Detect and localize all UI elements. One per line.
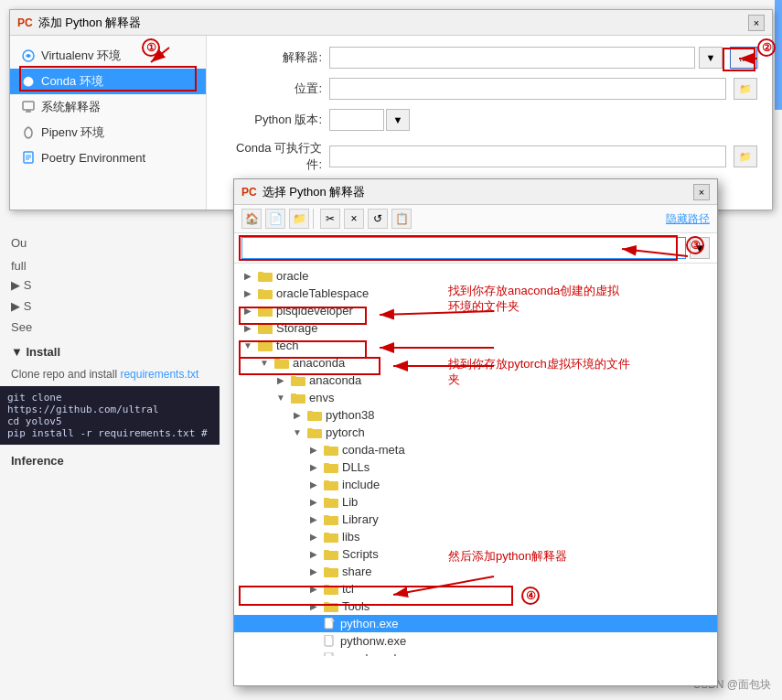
bg-text-full: full [0, 257, 220, 275]
svg-rect-2 [23, 102, 34, 110]
file-dialog-close-btn[interactable]: × [693, 184, 710, 200]
tree-item-storage[interactable]: ▶ Storage [234, 319, 717, 337]
left-panel-item-conda[interactable]: Conda 环境 [10, 69, 206, 94]
svg-rect-48 [324, 602, 329, 605]
python-version-input[interactable]: 3.10 [329, 109, 384, 131]
folder-icon-library [324, 513, 338, 525]
toolbar-delete-btn[interactable]: × [344, 209, 364, 229]
svg-rect-46 [324, 585, 329, 587]
file-dialog: PC 选择 Python 解释器 × 🏠 📄 📁 ✂ × ↺ 📋 隐藏路径 Z:… [233, 178, 718, 686]
folder-icon-include [324, 479, 338, 490]
code-line-3: pip install -r requirements.txt # [7, 427, 212, 439]
tree-item-python-exe[interactable]: python.exe [234, 615, 717, 632]
folder-icon-conda-meta [324, 444, 338, 456]
left-panel-item-system[interactable]: 系统解释器 [10, 94, 206, 120]
tree-label-pythonw-exe: pythonw.exe [340, 634, 406, 648]
tree-item-library[interactable]: ▶ Library [234, 511, 717, 528]
expand-oracle: ▶ [241, 270, 254, 283]
python-version-dropdown-btn[interactable]: ▼ [386, 109, 410, 131]
svg-rect-24 [291, 393, 296, 396]
expand-lib: ▶ [307, 496, 320, 509]
interpreter-label: 解释器: [221, 49, 322, 66]
virtualenv-icon [21, 48, 36, 63]
bg-install: ▼ Install [0, 338, 220, 366]
folder-icon-tools [324, 600, 338, 612]
interpreter-input[interactable]: <New Virtualenv> [329, 47, 695, 69]
tree-item-include[interactable]: ▶ include [234, 476, 717, 493]
tree-item-python38[interactable]: ▶ python38 [234, 406, 717, 424]
location-label: 位置: [221, 81, 322, 97]
tree-item-venvlauncher[interactable]: venvlauncher.exe [234, 650, 717, 656]
tree-item-anaconda-l2[interactable]: ▶ anaconda [234, 372, 717, 389]
toolbar-cut-btn[interactable]: ✂ [320, 209, 340, 229]
tree-item-libs[interactable]: ▶ libs [234, 528, 717, 545]
tree-label-lib: Lib [342, 495, 358, 509]
tree-label-share: share [342, 565, 372, 578]
tree-item-anaconda-l1[interactable]: ▼ anaconda [234, 354, 717, 372]
svg-rect-30 [324, 446, 329, 448]
tree-item-pytorch[interactable]: ▼ pytorch [234, 424, 717, 441]
file-dialog-titlebar: PC 选择 Python 解释器 × [234, 179, 717, 205]
svg-rect-14 [258, 307, 263, 309]
folder-icon-share [324, 565, 338, 577]
tree-item-pythonw-exe[interactable]: pythonw.exe [234, 632, 717, 650]
svg-rect-26 [307, 411, 313, 414]
expand-libs: ▶ [307, 531, 320, 544]
expand-oracletablespace: ▶ [241, 287, 254, 300]
requirements-link[interactable]: requirements.txt [120, 368, 198, 381]
svg-rect-16 [258, 324, 263, 327]
tree-item-tech[interactable]: ▼ tech [234, 337, 717, 354]
tree-item-conda-meta[interactable]: ▶ conda-meta [234, 441, 717, 458]
location-input[interactable]: Z:\tech\anaconda\anaconda\envs\yolov5-7.… [329, 78, 726, 100]
svg-rect-20 [274, 359, 280, 361]
hide-path-btn[interactable]: 隐藏路径 [666, 211, 710, 227]
tree-item-tcl[interactable]: ▶ tcl [234, 580, 717, 598]
left-panel-item-virtualenv[interactable]: Virtualenv 环境 [10, 43, 206, 69]
folder-icon-tcl [324, 583, 338, 595]
folder-icon-python38 [307, 409, 322, 421]
tree-item-plsql[interactable]: ▶ plsqldeveloper [234, 302, 717, 319]
tree-item-scripts[interactable]: ▶ Scripts [234, 545, 717, 563]
toolbar-paste-btn[interactable]: 📋 [391, 209, 412, 229]
bg-text-ou: Ou [0, 229, 220, 257]
conda-exec-input[interactable]: Z:\tech\anaconda\anaconda\Scripts\conda.… [329, 145, 726, 167]
toolbar-newfolder-btn[interactable]: 📁 [289, 209, 309, 229]
tree-item-tools[interactable]: ▶ Tools [234, 598, 717, 615]
tree-item-dlls[interactable]: ▶ DLLs [234, 458, 717, 476]
poetry-label: Poetry Environment [41, 151, 145, 165]
interpreter-dropdown-btn[interactable]: ▼ [699, 47, 723, 69]
tree-label-anaconda-l1: anaconda [293, 356, 345, 370]
file-icon-venvlauncher [324, 652, 337, 657]
app-icon: PC [17, 16, 33, 29]
main-dialog-close-btn[interactable]: × [748, 15, 765, 31]
tree-label-oracle: oracle [276, 269, 308, 283]
left-panel: Virtualenv 环境 Conda 环境 系统解释器 Pipenv 环境 [10, 36, 207, 210]
left-panel-item-poetry[interactable]: Poetry Environment [10, 145, 206, 169]
tree-item-oracle[interactable]: ▶ oracle [234, 267, 717, 285]
location-browse-btn[interactable]: 📁 [734, 78, 757, 100]
tree-label-conda-meta: conda-meta [342, 443, 405, 457]
svg-rect-34 [324, 480, 329, 483]
tree-item-oracletablespace[interactable]: ▶ oracleTablespace [234, 285, 717, 302]
interpreter-dots-btn[interactable]: ... [730, 47, 757, 69]
left-panel-item-pipenv[interactable]: Pipenv 环境 [10, 120, 206, 145]
path-dropdown-btn[interactable]: ▼ [690, 237, 710, 259]
tree-item-envs[interactable]: ▼ envs [234, 389, 717, 406]
main-dialog-title: 添加 Python 解释器 [38, 15, 142, 31]
toolbar-doc-btn[interactable]: 📄 [265, 209, 285, 229]
tree-label-venvlauncher: venvlauncher.exe [340, 652, 433, 656]
toolbar-home-btn[interactable]: 🏠 [241, 209, 262, 229]
tree-item-share[interactable]: ▶ share [234, 563, 717, 580]
conda-exec-browse-btn[interactable]: 📁 [734, 145, 757, 167]
poetry-icon [21, 150, 36, 165]
file-toolbar: 🏠 📄 📁 ✂ × ↺ 📋 隐藏路径 [234, 205, 717, 233]
bg-see: See [0, 317, 220, 338]
tree-item-lib[interactable]: ▶ Lib [234, 493, 717, 511]
python-version-dropdown: 3.10 ▼ [329, 109, 410, 131]
tree-label-library: Library [342, 512, 379, 526]
folder-icon-envs [291, 392, 305, 404]
tree-label-libs: libs [342, 530, 360, 544]
tree-label-storage: Storage [276, 321, 318, 335]
toolbar-refresh-btn[interactable]: ↺ [368, 209, 388, 229]
path-input[interactable]: Z:\tech\anaconda\envs\pytorch\python.exe [241, 237, 686, 259]
